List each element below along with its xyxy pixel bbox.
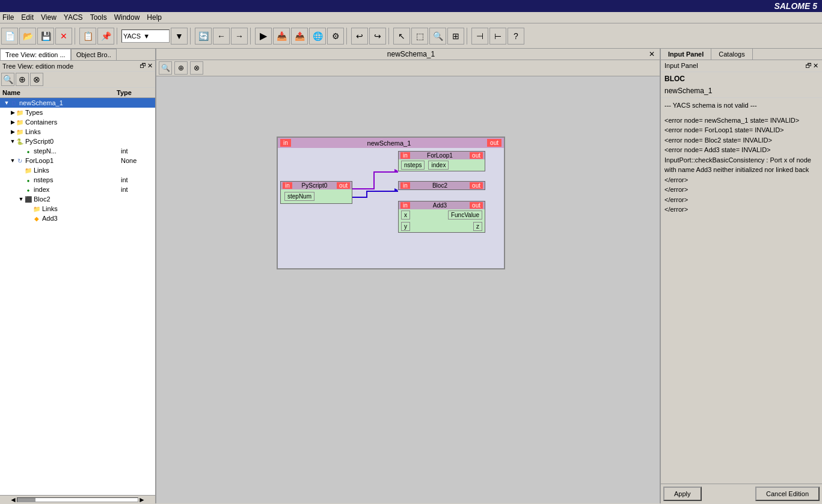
import-button[interactable]: 📥 xyxy=(273,28,290,45)
grid-button[interactable]: ⊞ xyxy=(447,28,464,45)
bloc2-icon: ⬛ xyxy=(24,195,32,203)
module-combo[interactable]: YACS ▼ xyxy=(121,29,170,43)
error-line-1: --- YACS schema is not valid --- xyxy=(664,100,818,111)
undo-button[interactable]: ↩ xyxy=(351,28,368,45)
copy-button[interactable]: 📋 xyxy=(79,28,96,45)
left-tabs: Tree View: edition ... Object Bro.. xyxy=(0,49,155,61)
tree-item-bloc2-links[interactable]: 📁 Links xyxy=(0,204,155,214)
play-button[interactable]: ▶ xyxy=(255,28,272,45)
forloop-ports: nsteps index xyxy=(399,159,485,171)
cancel-edition-button[interactable]: Cancel Edition xyxy=(755,487,820,501)
refresh-button[interactable]: 🔄 xyxy=(195,28,212,45)
redo-button[interactable]: ↪ xyxy=(369,28,386,45)
error-line-7: </error> xyxy=(664,175,818,185)
toolbar-sep-7 xyxy=(467,28,469,45)
forloop-node[interactable]: in ForLoop1 out nsteps index xyxy=(398,151,485,171)
stepn-type: int xyxy=(121,147,154,155)
menu-view[interactable]: View xyxy=(41,13,57,22)
stepn-label: stepN... xyxy=(34,147,121,155)
tree-collapse-button[interactable]: ⊗ xyxy=(30,73,43,86)
pyscript-node[interactable]: in PyScript0 out stepNum xyxy=(280,181,352,204)
forward-button[interactable]: → xyxy=(231,28,248,45)
forloop-header: in ForLoop1 out xyxy=(399,152,485,159)
menu-window[interactable]: Window xyxy=(114,13,140,22)
tree-item-index[interactable]: ⬥ index int xyxy=(0,185,155,194)
tree-item-containers[interactable]: ▶ 📁 Containers xyxy=(0,117,155,127)
forloop-nsteps: nsteps xyxy=(401,161,425,170)
error-line-6: InputPort::checkBasicConsistency : Port … xyxy=(664,155,818,175)
close-button[interactable]: ✕ xyxy=(55,28,72,45)
error-line-5: <error node= Add3 state= INVALID> xyxy=(664,145,818,155)
canvas[interactable]: in newSchema_1 out in PyScript0 out xyxy=(156,76,660,503)
tree-expand-button[interactable]: ⊕ xyxy=(16,73,29,86)
paste-button[interactable]: 📌 xyxy=(97,28,114,45)
tab-tree-view[interactable]: Tree View: edition ... xyxy=(0,49,71,60)
tab-input-panel[interactable]: Input Panel xyxy=(661,49,711,60)
combo-arrow-icon[interactable]: ▼ xyxy=(143,32,150,40)
dropdown-button[interactable]: ▼ xyxy=(171,28,188,45)
error-line-3: <error node= ForLoop1 state= INVALID> xyxy=(664,125,818,135)
module-combo-label: YACS xyxy=(123,32,141,40)
tree-restore-icon[interactable]: 🗗 xyxy=(140,62,146,70)
add3-node[interactable]: in Add3 out x FuncValue y xyxy=(398,201,485,233)
forloop-port-out: out xyxy=(470,152,483,159)
horizontal-scrollbar[interactable]: ◄ ► xyxy=(0,495,155,503)
menu-edit[interactable]: Edit xyxy=(21,13,34,22)
open-button[interactable]: 📂 xyxy=(19,28,36,45)
add3-y-port: y xyxy=(401,222,410,231)
outer-port-in: in xyxy=(280,139,291,147)
tree-close-icon[interactable]: ✕ xyxy=(147,62,153,70)
tree-search-button[interactable]: 🔍 xyxy=(1,73,14,86)
menu-tools[interactable]: Tools xyxy=(90,13,107,22)
menu-help[interactable]: Help xyxy=(147,13,162,22)
tree-item-pyscript0[interactable]: ▼ 🐍 PyScript0 xyxy=(0,137,155,146)
tree-item-add3[interactable]: ◆ Add3 xyxy=(0,214,155,223)
outer-schema-label: newSchema_1 xyxy=(291,140,487,147)
export-button[interactable]: 📤 xyxy=(291,28,308,45)
disconnect-button[interactable]: ⊢ xyxy=(489,28,506,45)
tree-item-links[interactable]: ▶ 📁 Links xyxy=(0,127,155,137)
scroll-right-icon[interactable]: ► xyxy=(138,496,146,504)
tree-content: ▼ 🗋 newSchema_1 ▶ 📁 Types ▶ 📁 Containers xyxy=(0,98,155,495)
connect-button[interactable]: ⊣ xyxy=(471,28,488,45)
tab-object-browser[interactable]: Object Bro.. xyxy=(71,49,117,60)
tab-catalogs[interactable]: Catalogs xyxy=(711,49,752,60)
bloc2-node[interactable]: in Bloc2 out xyxy=(398,181,485,190)
error-line-8: </error> xyxy=(664,185,818,195)
view3d-button[interactable]: 🌐 xyxy=(309,28,326,45)
tree-item-bloc2[interactable]: ▼ ⬛ Bloc2 xyxy=(0,194,155,204)
tree-item-newschema[interactable]: ▼ 🗋 newSchema_1 xyxy=(0,98,155,108)
pyscript-port-out: out xyxy=(337,182,350,189)
apply-button[interactable]: Apply xyxy=(663,487,702,501)
help-button[interactable]: ? xyxy=(508,28,524,45)
tree-item-forloop-links[interactable]: 📁 Links xyxy=(0,165,155,175)
menu-yacs[interactable]: YACS xyxy=(64,13,83,22)
save-button[interactable]: 💾 xyxy=(37,28,54,45)
tree-item-forloop1[interactable]: ▼ ↻ ForLoop1 None xyxy=(0,156,155,165)
tree-item-types[interactable]: ▶ 📁 Types xyxy=(0,108,155,117)
scroll-left-icon[interactable]: ◄ xyxy=(10,496,17,504)
add3-icon: ◆ xyxy=(32,214,41,223)
canvas-fit-button[interactable]: ⊕ xyxy=(174,61,188,75)
zoom-in-button[interactable]: 🔍 xyxy=(429,28,446,45)
new-button[interactable]: 📄 xyxy=(1,28,18,45)
cursor-button[interactable]: ↖ xyxy=(393,28,410,45)
containers-icon: 📁 xyxy=(16,118,24,126)
stepn-icon: ⬥ xyxy=(24,147,32,155)
schema-inner: in PyScript0 out stepNum xyxy=(278,148,504,268)
canvas-center-button[interactable]: ⊗ xyxy=(190,61,203,75)
canvas-search-button[interactable]: 🔍 xyxy=(159,61,172,75)
nsteps-type: int xyxy=(121,176,154,183)
back-button[interactable]: ← xyxy=(213,28,230,45)
zoom-rect-button[interactable]: ⬚ xyxy=(411,28,428,45)
settings-button[interactable]: ⚙ xyxy=(327,28,344,45)
scroll-thumb[interactable] xyxy=(17,498,35,502)
right-restore-icon[interactable]: 🗗 xyxy=(805,62,812,70)
toolbar-sep-5 xyxy=(346,28,349,45)
tree-item-nsteps[interactable]: ⬥ nsteps int xyxy=(0,175,155,185)
center-close-icon[interactable]: ✕ xyxy=(649,50,655,58)
right-close-icon[interactable]: ✕ xyxy=(813,62,818,70)
tree-item-stepn[interactable]: ⬥ stepN... int xyxy=(0,146,155,156)
scroll-track[interactable] xyxy=(17,497,138,502)
menu-file[interactable]: File xyxy=(2,13,14,22)
